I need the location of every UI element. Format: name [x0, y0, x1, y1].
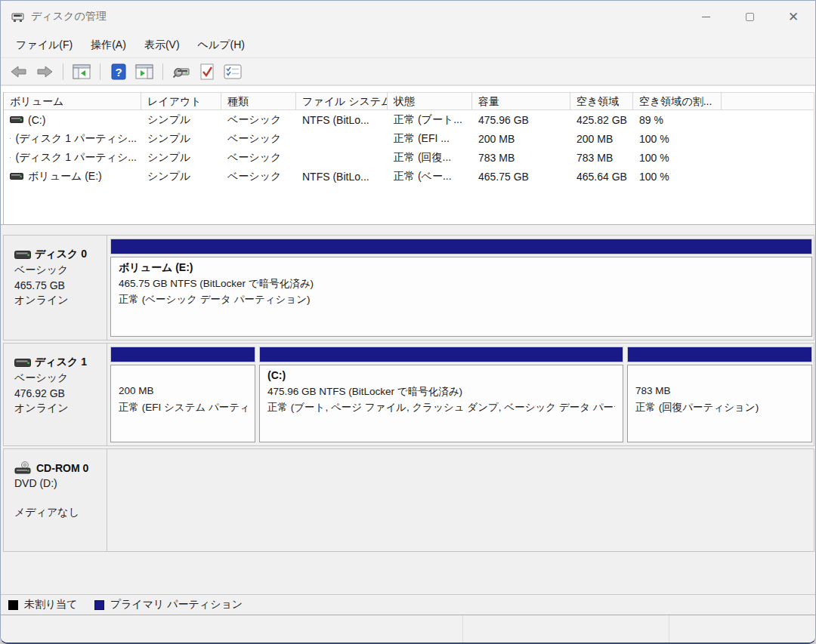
header-layout[interactable]: レイアウト [141, 93, 221, 109]
window-title: ディスクの管理 [31, 10, 107, 23]
partition-color-band [110, 347, 255, 362]
partition-title [119, 369, 247, 385]
app-icon [11, 11, 24, 23]
status-segment [463, 615, 669, 643]
back-arrow-icon [11, 66, 27, 78]
cell-volume: (ディスク 1 パーティシ... [15, 132, 137, 146]
disk-icon [14, 251, 31, 259]
graphical-view: ディスク 0 ベーシック 465.75 GB オンライン ボリューム (E:) … [1, 232, 816, 594]
header-type[interactable]: 種類 [221, 93, 296, 109]
toolbar-separator [162, 63, 163, 80]
close-button[interactable]: ✕ [771, 1, 815, 32]
menu-help[interactable]: ヘルプ(H) [189, 35, 254, 56]
disk-1-panel[interactable]: ディスク 1 ベーシック 476.92 GB オンライン [4, 344, 107, 445]
cell-filesystem: NTFS (BitLo... [296, 114, 388, 126]
cell-type: ベーシック [221, 170, 296, 183]
cell-status: 正常 (EFI ... [388, 132, 472, 146]
cell-layout: シンプル [141, 170, 221, 183]
check-document-icon [199, 63, 215, 80]
disk-status: オンライン [14, 402, 102, 415]
menu-file[interactable]: ファイル(F) [7, 35, 82, 56]
cell-type: ベーシック [221, 113, 296, 127]
header-free[interactable]: 空き領域 [570, 93, 633, 109]
header-volume[interactable]: ボリューム [4, 93, 141, 109]
forward-button[interactable] [34, 62, 55, 82]
disk-0-row: ディスク 0 ベーシック 465.75 GB オンライン ボリューム (E:) … [3, 235, 814, 340]
cell-status: 正常 (ブート... [388, 113, 472, 127]
unallocated-swatch [8, 600, 18, 610]
cell-type: ベーシック [221, 151, 296, 165]
cell-status: 正常 (回復... [388, 151, 472, 165]
forward-arrow-icon [36, 66, 53, 78]
cell-volume: (ディスク 1 パーティシ... [15, 151, 137, 165]
task-list-button[interactable] [222, 62, 243, 82]
disk-size: 476.92 GB [14, 387, 102, 399]
cell-capacity: 200 MB [472, 133, 570, 145]
cell-volume: ボリューム (E:) [28, 170, 102, 183]
cell-free: 783 MB [570, 152, 633, 164]
minimize-button[interactable] [684, 1, 728, 32]
partition-recovery[interactable]: 783 MB 正常 (回復パーティション) [627, 347, 812, 442]
table-row[interactable]: (ディスク 1 パーティシ... シンプル ベーシック 正常 (EFI ... … [4, 129, 814, 148]
help-icon: ? [111, 63, 126, 80]
toolbar: ? [1, 58, 815, 85]
header-filesystem[interactable]: ファイル システム [296, 93, 388, 109]
toolbar-separator [100, 63, 100, 80]
action-pane-icon [135, 64, 153, 79]
disk-0-panel[interactable]: ディスク 0 ベーシック 465.75 GB オンライン [4, 236, 107, 340]
cell-capacity: 465.75 GB [472, 171, 570, 183]
partition-color-band [110, 239, 812, 254]
disk-1-row: ディスク 1 ベーシック 476.92 GB オンライン 200 MB 正常 (… [3, 343, 814, 446]
header-capacity[interactable]: 容量 [472, 93, 570, 109]
table-row[interactable]: ボリューム (E:) シンプル ベーシック NTFS (BitLo... 正常 … [4, 167, 814, 186]
rescan-disks-icon [172, 64, 190, 79]
partition-efi[interactable]: 200 MB 正常 (EFI システム パーティ [110, 347, 255, 442]
task-list-icon [224, 64, 242, 79]
partition-color-band [627, 347, 812, 362]
header-free-pct[interactable]: 空き領域の割... [633, 93, 722, 109]
back-button[interactable] [8, 62, 29, 82]
partition-e[interactable]: ボリューム (E:) 465.75 GB NTFS (BitLocker で暗号… [110, 239, 812, 337]
pane-splitter[interactable] [1, 224, 816, 232]
status-bar [1, 615, 816, 643]
volume-icon [10, 116, 23, 123]
header-filler [722, 93, 814, 109]
cdrom-0-row: CD-ROM 0 DVD (D:) メディアなし [3, 448, 814, 552]
partition-status-line: 正常 (回復パーティション) [635, 401, 804, 417]
status-segment [669, 615, 816, 643]
rescan-disks-button[interactable] [171, 62, 192, 82]
table-row[interactable]: (C:) シンプル ベーシック NTFS (BitLo... 正常 (ブート..… [4, 110, 814, 129]
table-row[interactable]: (ディスク 1 パーティシ... シンプル ベーシック 正常 (回復... 78… [4, 148, 814, 167]
cell-free-pct: 100 % [633, 152, 722, 164]
partition-c[interactable]: (C:) 475.96 GB NTFS (BitLocker で暗号化済み) 正… [259, 347, 623, 442]
cdrom-0-panel[interactable]: CD-ROM 0 DVD (D:) メディアなし [4, 449, 107, 551]
cell-type: ベーシック [221, 132, 296, 146]
maximize-button[interactable] [728, 1, 771, 32]
cell-layout: シンプル [141, 113, 221, 127]
title-bar: ディスクの管理 ✕ [1, 1, 815, 32]
primary-partition-label: プライマリ パーティション [110, 598, 243, 612]
partition-title: (C:) [267, 369, 615, 385]
show-action-pane-button[interactable] [134, 62, 155, 82]
disk-icon [14, 359, 31, 367]
maximize-icon [746, 13, 754, 21]
partition-status-line: 正常 (EFI システム パーティ [119, 401, 247, 417]
partition-size-line: 465.75 GB NTFS (BitLocker で暗号化済み) [119, 277, 804, 293]
cell-free-pct: 100 % [633, 133, 722, 145]
check-document-button[interactable] [196, 62, 218, 82]
disk-type: ベーシック [14, 263, 102, 277]
cdrom-icon [14, 461, 32, 475]
primary-partition-swatch [94, 600, 104, 610]
close-icon: ✕ [788, 11, 799, 23]
cell-free: 465.64 GB [570, 171, 633, 183]
header-status[interactable]: 状態 [388, 93, 472, 109]
partition-color-band [259, 347, 623, 362]
menu-action[interactable]: 操作(A) [82, 35, 135, 56]
menu-view[interactable]: 表示(V) [135, 35, 189, 56]
help-button[interactable]: ? [108, 62, 129, 82]
show-console-tree-button[interactable] [71, 62, 92, 82]
cdrom-empty-area [107, 449, 814, 551]
cell-layout: シンプル [141, 132, 221, 146]
cdrom-drive: DVD (D:) [14, 477, 102, 489]
partition-size-line: 200 MB [119, 385, 247, 401]
